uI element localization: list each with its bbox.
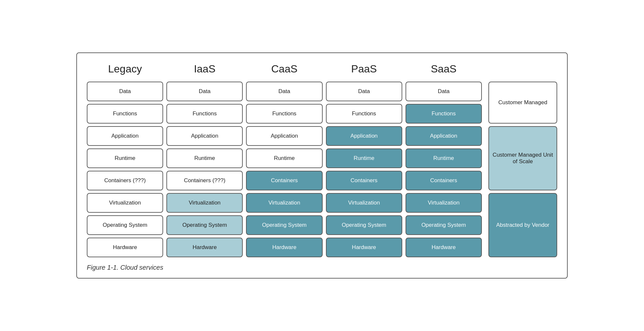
header-caas: CaaS [246,63,322,75]
cell-virtualization-iaas: Virtualization [166,193,243,213]
header-saas: SaaS [406,63,482,75]
cell-operating-system-saas: Operating System [406,215,482,235]
cell-hardware-legacy: Hardware [87,238,163,257]
cell-application-paas: Application [326,126,402,146]
legend-item-2: Abstracted by Vendor [488,193,557,257]
cell-application-iaas: Application [166,126,243,146]
cell-operating-system-iaas: Operating System [166,215,243,235]
cell-containers-paas: Containers [326,171,402,190]
header-paas: PaaS [326,63,402,75]
cell-containers-iaas: Containers (???) [166,171,243,190]
cell-functions-legacy: Functions [87,104,163,124]
cell-runtime-caas: Runtime [246,148,322,168]
cell-runtime-paas: Runtime [326,148,402,168]
cell-application-legacy: Application [87,126,163,146]
cell-hardware-saas: Hardware [406,238,482,257]
cell-functions-paas: Functions [326,104,402,124]
cell-hardware-caas: Hardware [246,238,322,257]
column-paas: DataFunctionsApplicationRuntimeContainer… [326,82,402,257]
cell-virtualization-saas: Virtualization [406,193,482,213]
cell-functions-saas: Functions [406,104,482,124]
cell-data-legacy: Data [87,82,163,101]
header-iaas: IaaS [166,63,243,75]
grid-area: DataFunctionsApplicationRuntimeContainer… [87,82,482,257]
figure-caption: Figure 1-1. Cloud services [87,264,557,271]
cell-hardware-iaas: Hardware [166,238,243,257]
cell-runtime-legacy: Runtime [87,148,163,168]
legend-item-1: Customer Managed Unit of Scale [488,126,557,190]
cell-data-caas: Data [246,82,322,101]
cell-functions-caas: Functions [246,104,322,124]
cell-operating-system-paas: Operating System [326,215,402,235]
cell-containers-saas: Containers [406,171,482,190]
cell-data-saas: Data [406,82,482,101]
header-row: LegacyIaaSCaaSPaaSSaaS [87,63,557,75]
cell-hardware-paas: Hardware [326,238,402,257]
cell-virtualization-legacy: Virtualization [87,193,163,213]
legend-item-0: Customer Managed [488,82,557,124]
cell-runtime-iaas: Runtime [166,148,243,168]
cell-containers-caas: Containers [246,171,322,190]
cell-data-iaas: Data [166,82,243,101]
cell-functions-iaas: Functions [166,104,243,124]
column-legacy: DataFunctionsApplicationRuntimeContainer… [87,82,163,257]
column-caas: DataFunctionsApplicationRuntimeContainer… [246,82,322,257]
cell-operating-system-caas: Operating System [246,215,322,235]
cell-application-caas: Application [246,126,322,146]
main-content: DataFunctionsApplicationRuntimeContainer… [87,82,557,257]
cell-application-saas: Application [406,126,482,146]
cell-operating-system-legacy: Operating System [87,215,163,235]
header-legacy: Legacy [87,63,163,75]
cell-virtualization-caas: Virtualization [246,193,322,213]
column-iaas: DataFunctionsApplicationRuntimeContainer… [166,82,243,257]
cell-virtualization-paas: Virtualization [326,193,402,213]
cell-runtime-saas: Runtime [406,148,482,168]
main-container: LegacyIaaSCaaSPaaSSaaS DataFunctionsAppl… [76,52,568,279]
column-saas: DataFunctionsApplicationRuntimeContainer… [406,82,482,257]
cell-containers-legacy: Containers (???) [87,171,163,190]
legend-area: Customer ManagedCustomer Managed Unit of… [488,82,557,257]
cell-data-paas: Data [326,82,402,101]
